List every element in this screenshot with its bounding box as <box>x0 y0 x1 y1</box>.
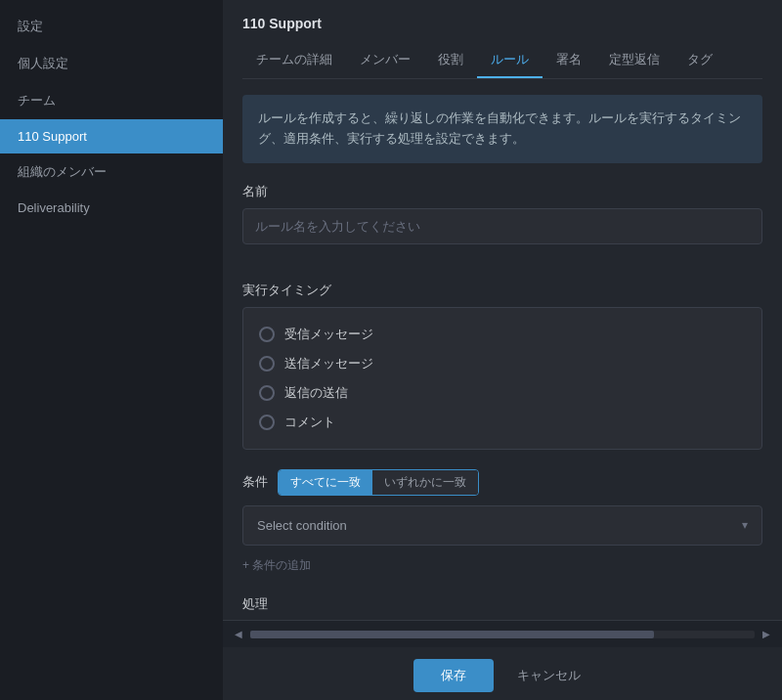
condition-dropdown-box: Select condition ▾ <box>242 505 762 546</box>
timing-option-incoming[interactable]: 受信メッセージ <box>259 320 746 349</box>
scroll-left-icon[interactable]: ◀ <box>231 627 246 641</box>
info-box: ルールを作成すると、繰り返しの作業を自動化できます。ルールを実行するタイミング、… <box>242 95 762 163</box>
tab-tags[interactable]: タグ <box>673 43 726 78</box>
name-input[interactable] <box>242 208 762 244</box>
sidebar-item-personal[interactable]: 個人設定 <box>0 45 223 82</box>
footer: 保存 キャンセル <box>223 647 782 700</box>
condition-header: 条件 すべてに一致 いずれかに一致 <box>242 469 762 496</box>
condition-toggle-group: すべてに一致 いずれかに一致 <box>278 469 479 496</box>
condition-dropdown-arrow-icon: ▾ <box>742 518 748 532</box>
radio-comment <box>259 415 275 430</box>
sidebar-item-team[interactable]: チーム <box>0 82 223 119</box>
timing-option-comment[interactable]: コメント <box>259 408 746 437</box>
sidebar-item-110support[interactable]: 110 Support <box>0 119 223 153</box>
sidebar: 設定 個人設定 チーム 110 Support 組織のメンバー Delivera… <box>0 0 223 700</box>
add-condition-link[interactable]: + 条件の追加 <box>242 553 762 578</box>
cancel-button[interactable]: キャンセル <box>505 659 592 692</box>
name-label: 名前 <box>242 183 762 200</box>
toggle-all-button[interactable]: すべてに一致 <box>279 470 372 495</box>
tab-members[interactable]: メンバー <box>346 43 424 78</box>
tab-signature[interactable]: 署名 <box>543 43 595 78</box>
page-title: 110 Support <box>242 16 762 31</box>
timing-box: 受信メッセージ 送信メッセージ 返信の送信 コメント <box>242 307 762 450</box>
timing-option-reply[interactable]: 返信の送信 <box>259 378 746 408</box>
tabs-bar: チームの詳細 メンバー 役割 ルール 署名 定型返信 タグ <box>242 43 762 79</box>
condition-dropdown[interactable]: Select condition ▾ <box>243 506 761 545</box>
tab-rules[interactable]: ルール <box>477 43 543 78</box>
radio-reply <box>259 385 275 401</box>
scrollbar-track[interactable] <box>250 631 755 638</box>
condition-label: 条件 <box>242 473 268 491</box>
horizontal-scrollbar: ◀ ▶ <box>223 620 782 647</box>
tab-roles[interactable]: 役割 <box>424 43 477 78</box>
timing-option-outgoing[interactable]: 送信メッセージ <box>259 349 746 378</box>
toggle-any-button[interactable]: いずれかに一致 <box>372 470 478 495</box>
radio-incoming <box>259 327 275 342</box>
scroll-right-icon[interactable]: ▶ <box>759 627 774 641</box>
save-button[interactable]: 保存 <box>413 659 494 692</box>
sidebar-item-org-members[interactable]: 組織のメンバー <box>0 153 223 191</box>
timing-label: 実行タイミング <box>242 282 762 299</box>
scrollbar-thumb <box>250 631 654 638</box>
tab-team-details[interactable]: チームの詳細 <box>242 43 346 78</box>
tab-auto-reply[interactable]: 定型返信 <box>595 43 673 78</box>
action-label: 処理 <box>242 595 762 613</box>
sidebar-item-deliverability[interactable]: Deliverability <box>0 191 223 225</box>
sidebar-item-settings[interactable]: 設定 <box>0 8 223 45</box>
radio-outgoing <box>259 356 275 372</box>
